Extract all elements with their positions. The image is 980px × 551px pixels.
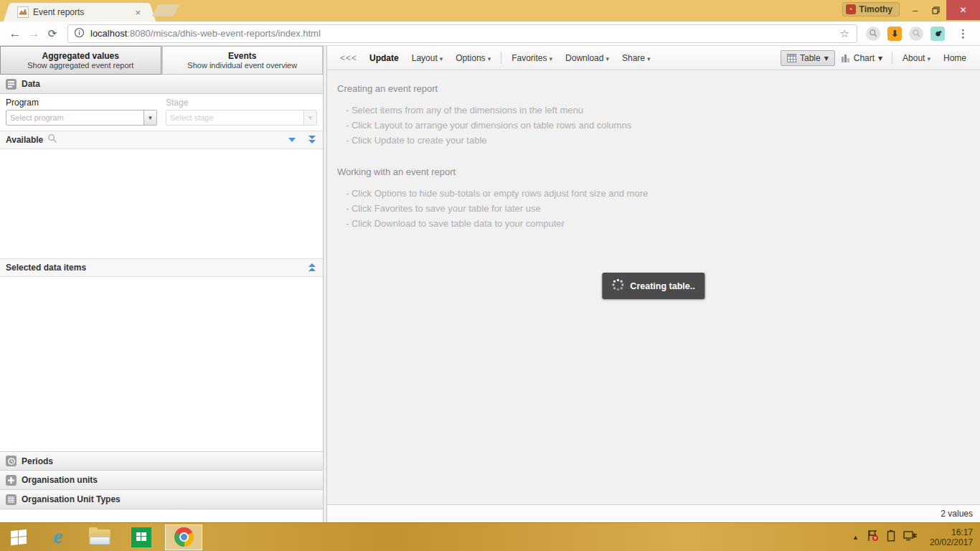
instruction-item: - Click Download to save table data to y…: [346, 216, 980, 231]
data-icon: [6, 79, 17, 90]
instructions: Creating an event report - Select items …: [327, 70, 980, 231]
creating-heading: Creating an event report: [337, 83, 980, 94]
extension-teal-icon[interactable]: [930, 27, 945, 41]
window-controls: – ✕: [905, 0, 980, 20]
caret-down-icon: ▾: [440, 55, 443, 62]
chart-mode-button[interactable]: Chart▾: [835, 51, 888, 65]
toast-text: Creating table..: [630, 281, 694, 291]
available-header: Available: [0, 131, 323, 149]
accordion-organisation-unit-types[interactable]: Organisation Unit Types: [0, 490, 323, 509]
available-search-icon[interactable]: [47, 133, 57, 146]
status-bar: 2 values: [327, 504, 980, 522]
extension-download-icon[interactable]: ⬇: [887, 27, 902, 41]
stage-select-trigger-icon: ▼: [303, 110, 316, 125]
browser-tab[interactable]: Event reports ×: [11, 3, 148, 22]
available-list[interactable]: [0, 149, 323, 258]
caret-down-icon: ▾: [927, 55, 930, 62]
start-button[interactable]: [0, 523, 37, 551]
clock-date: 20/02/2017: [930, 537, 973, 547]
url-text: localhost:8080/misca/dhis-web-event-repo…: [90, 28, 839, 39]
back-button[interactable]: ←: [6, 27, 24, 41]
instruction-item: - Click Options to hide sub-totals or em…: [346, 186, 980, 201]
action-center-flag-icon[interactable]: [867, 529, 879, 545]
profile-badge[interactable]: ◔ Timothy: [842, 2, 900, 17]
tab-strip: Event reports × ◔ Timothy – ✕: [0, 0, 980, 22]
forward-button[interactable]: →: [24, 27, 43, 41]
browser-chrome: Event reports × ◔ Timothy – ✕ ← → ⟳: [0, 0, 980, 46]
battery-icon[interactable]: [887, 529, 895, 545]
program-select[interactable]: Select program ▼: [6, 110, 157, 126]
home-button[interactable]: Home: [937, 53, 973, 63]
table-mode-button[interactable]: Table▾: [781, 50, 835, 66]
options-menu-button[interactable]: Options▾: [449, 53, 497, 63]
event-reports-favicon: [17, 6, 29, 18]
show-hidden-icons-button[interactable]: ▲: [852, 534, 859, 541]
network-icon[interactable]: [903, 530, 918, 545]
data-section-title: Data: [22, 79, 40, 89]
browser-menu-icon[interactable]: ⋮: [952, 27, 974, 40]
about-menu-button[interactable]: About▾: [896, 53, 937, 63]
accordion-organisation-units[interactable]: Organisation units: [0, 471, 323, 490]
taskbar-internet-explorer[interactable]: e: [37, 523, 79, 551]
new-tab-button[interactable]: [151, 4, 179, 17]
tab-title: Event reports: [33, 7, 132, 17]
minimize-button[interactable]: –: [905, 0, 925, 20]
windows-taskbar: e ▲: [0, 522, 980, 551]
browser-toolbar: ← → ⟳ localhost:8080/misca/dhis-web-even…: [0, 22, 980, 46]
selected-header: Selected data items: [0, 258, 323, 277]
select-down-icon[interactable]: [287, 135, 297, 145]
working-heading: Working with an event report: [337, 166, 980, 177]
accordion-data[interactable]: Data: [0, 75, 323, 94]
share-menu-button[interactable]: Share▾: [616, 53, 657, 63]
bookmark-star-icon[interactable]: ☆: [839, 27, 851, 40]
taskbar-windows-store[interactable]: [121, 523, 162, 551]
clock-time: 16:17: [930, 527, 973, 537]
chrome-icon: [174, 527, 194, 547]
taskbar-chrome-active[interactable]: [165, 524, 202, 550]
tab-events[interactable]: Events Show individual event overview: [162, 46, 324, 75]
instruction-item: - Click Layout to arrange your dimension…: [346, 118, 980, 133]
caret-down-icon: ▾: [606, 55, 609, 62]
selected-list[interactable]: [0, 277, 323, 451]
close-button[interactable]: ✕: [946, 0, 980, 20]
reload-button[interactable]: ⟳: [43, 27, 62, 40]
collapse-sidebar-button[interactable]: <<<: [334, 53, 363, 63]
taskbar-clock[interactable]: 16:17 20/02/2017: [930, 527, 973, 547]
caret-down-icon: ▾: [824, 53, 829, 63]
event-reports-app: Aggregated values Show aggregated event …: [0, 46, 980, 522]
profile-avatar-icon: ◔: [846, 4, 856, 14]
internet-explorer-icon: e: [54, 527, 62, 547]
tab-close-icon[interactable]: ×: [132, 7, 143, 18]
tab-aggregated-values[interactable]: Aggregated values Show aggregated event …: [0, 46, 161, 75]
layout-menu-button[interactable]: Layout▾: [405, 53, 450, 63]
remove-all-up-icon[interactable]: [307, 263, 317, 273]
extension-zoom-icon[interactable]: [909, 27, 923, 41]
caret-down-icon: ▾: [647, 55, 651, 62]
extension-search-icon[interactable]: [866, 27, 880, 41]
instruction-item: - Select items from any of the dimension…: [346, 103, 980, 118]
caret-down-icon: ▾: [878, 53, 882, 63]
organisation-unit-types-grid-icon: [6, 494, 17, 505]
update-button[interactable]: Update: [363, 53, 405, 63]
instruction-item: - Click Favorites to save your table for…: [346, 201, 980, 216]
address-bar[interactable]: localhost:8080/misca/dhis-web-event-repo…: [67, 24, 857, 43]
accordion-periods[interactable]: Periods: [0, 451, 323, 471]
favorites-menu-button[interactable]: Favorites▾: [505, 53, 559, 63]
loading-spinner-icon: [612, 279, 623, 293]
system-tray: ▲: [852, 527, 980, 547]
select-all-down-icon[interactable]: [307, 135, 317, 145]
creating-table-toast: Creating table..: [602, 273, 705, 299]
page-info-icon[interactable]: [74, 27, 85, 40]
windows-logo-icon: [11, 529, 27, 545]
creating-list: - Select items from any of the dimension…: [346, 103, 980, 148]
profile-name: Timothy: [859, 4, 892, 14]
extensions-row: ⬇ ⋮: [866, 27, 974, 41]
chart-icon: [841, 54, 850, 62]
program-select-trigger-icon[interactable]: ▼: [143, 110, 156, 125]
restore-button[interactable]: [925, 0, 946, 20]
app-toolbar: <<< Update Layout▾ Options▾ Favorites▾ D…: [327, 46, 980, 70]
sidebar-footer-space: [0, 509, 323, 522]
screen: Event reports × ◔ Timothy – ✕ ← → ⟳: [0, 0, 980, 551]
taskbar-file-explorer[interactable]: [79, 523, 121, 551]
download-menu-button[interactable]: Download▾: [559, 53, 616, 63]
